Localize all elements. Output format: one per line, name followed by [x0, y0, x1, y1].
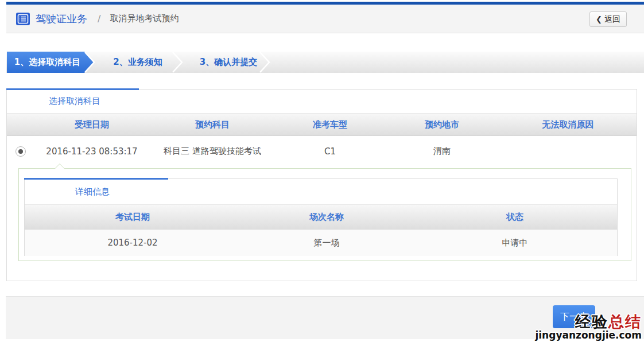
col-city: 预约地市	[385, 114, 499, 135]
cell-subject: 科目三 道路驾驶技能考试	[149, 146, 276, 157]
breadcrumb-current: 取消异地考试预约	[110, 13, 179, 24]
tab-detail-info[interactable]: 详细信息	[75, 179, 110, 204]
cell-vehicle-type: C1	[276, 146, 385, 157]
detail-table-header: 考试日期 场次名称 状态	[25, 205, 617, 230]
next-step-button[interactable]: 下一步	[553, 305, 595, 328]
col-status: 状态	[413, 205, 617, 229]
page-header: 驾驶证业务 / 取消异地考试预约 ❮返回	[6, 5, 644, 33]
footer-action-bar	[6, 296, 644, 339]
header-radio-spacer	[7, 114, 34, 135]
step-separator-icon	[259, 52, 271, 73]
main-tab-bar: 选择取消科目	[7, 90, 637, 114]
col-subject: 预约科目	[149, 114, 276, 135]
back-button-label: 返回	[604, 14, 620, 24]
col-exam-date: 考试日期	[25, 205, 240, 229]
appointments-table-header: 受理日期 预约科目 准考车型 预约地市 无法取消原因	[7, 114, 637, 136]
main-panel: 选择取消科目 受理日期 预约科目 准考车型 预约地市 无法取消原因 2016-1…	[6, 89, 637, 281]
tab-select-cancel-subject[interactable]: 选择取消科目	[49, 90, 100, 113]
step-separator-icon	[84, 52, 96, 73]
cell-status: 申请中	[413, 238, 617, 248]
breadcrumb-separator: /	[98, 13, 100, 24]
back-button[interactable]: ❮返回	[589, 11, 627, 27]
col-cannot-cancel-reason: 无法取消原因	[499, 114, 637, 135]
cell-city: 渭南	[385, 146, 499, 157]
step-2-business-notice[interactable]: 2、业务须知	[98, 52, 178, 73]
step-1-select-subject[interactable]: 1、选择取消科目	[7, 52, 94, 73]
detail-box: 详细信息 考试日期 场次名称 状态 2016-12-02 第一场 申请中	[24, 178, 618, 256]
detail-tab-bar: 详细信息	[25, 179, 617, 205]
list-icon	[16, 13, 30, 25]
row-radio-selected[interactable]	[15, 146, 26, 157]
cell-accept-date: 2016-11-23 08:53:17	[34, 146, 149, 157]
cell-exam-date: 2016-12-02	[25, 238, 240, 248]
appointment-row[interactable]: 2016-11-23 08:53:17 科目三 道路驾驶技能考试 C1 渭南	[7, 136, 637, 166]
cell-session-name: 第一场	[240, 238, 413, 248]
col-session-name: 场次名称	[240, 205, 413, 229]
step-3-confirm-submit[interactable]: 3、确认并提交	[189, 52, 267, 73]
chevron-left-icon: ❮	[596, 15, 602, 24]
col-vehicle-type: 准考车型	[276, 114, 385, 135]
detail-row: 2016-12-02 第一场 申请中	[25, 230, 617, 256]
step-separator-icon	[172, 52, 184, 73]
page-title: 驾驶证业务	[36, 12, 87, 26]
col-accept-date: 受理日期	[34, 114, 149, 135]
detail-callout-panel: 详细信息 考试日期 场次名称 状态 2016-12-02 第一场 申请中	[18, 168, 631, 261]
